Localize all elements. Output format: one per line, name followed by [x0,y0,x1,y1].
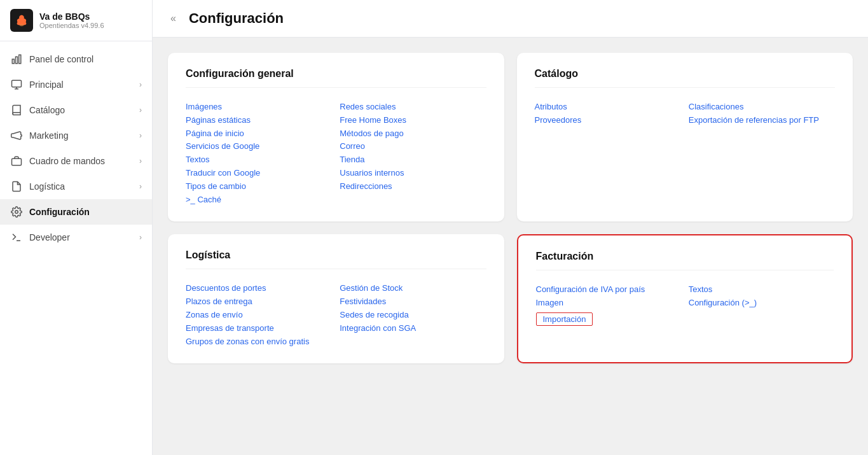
gear-icon [10,206,23,218]
link-metodos-pago[interactable]: Métodos de pago [340,129,403,138]
page-title: Configuración [189,10,284,27]
book-icon [10,104,23,116]
sidebar-item-cuadro[interactable]: Cuadro de mandos › [0,148,152,174]
sidebar-item-configuracion-label: Configuración [29,207,90,217]
svg-rect-4 [12,80,22,87]
link-descuentos-portes[interactable]: Descuentos de portes [186,283,266,293]
link-gestion-stock[interactable]: Gestión de Stock [340,283,403,293]
link-proveedores[interactable]: Proveedores [535,115,582,125]
chevron-right-icon: › [139,182,142,191]
terminal-icon [10,231,23,244]
sidebar-item-developer[interactable]: Developer › [0,225,152,250]
chevron-right-icon: › [139,157,142,165]
col1-links: Imágenes Páginas estáticas Página de ini… [186,101,332,206]
chevron-right-icon: › [139,80,142,89]
megaphone-icon [10,129,23,142]
link-empresas-transporte[interactable]: Empresas de transporte [186,323,274,333]
card-catalogo-title: Catálogo [535,68,836,88]
logo-subtitle: Opentiendas v4.99.6 [39,22,104,29]
link-textos-facturacion[interactable]: Textos [689,284,713,294]
link-correo[interactable]: Correo [340,141,365,151]
sidebar-item-marketing-label: Marketing [29,130,68,141]
card-facturacion-links: Configuración de IVA por país Imagen Imp… [536,283,834,326]
sidebar-item-developer-label: Developer [29,232,70,242]
collapse-button[interactable]: « [168,10,179,27]
link-clasificaciones[interactable]: Clasificaciones [689,102,744,111]
link-pagina-inicio[interactable]: Página de inicio [186,129,244,138]
link-zonas-envio[interactable]: Zonas de envío [186,310,243,319]
svg-rect-1 [12,59,14,64]
link-cache[interactable]: >_ Caché [186,195,221,204]
link-redes-sociales[interactable]: Redes sociales [340,102,396,111]
svg-rect-7 [12,158,22,165]
content-area: Configuración general Imágenes Páginas e… [153,38,868,455]
sidebar-item-catalogo-label: Catálogo [29,105,65,115]
link-iva-pais[interactable]: Configuración de IVA por país [536,284,645,294]
top-header: « Configuración [153,0,868,38]
sidebar-item-configuracion[interactable]: Configuración [0,199,152,225]
briefcase-icon [10,155,23,167]
link-atributos[interactable]: Atributos [535,102,567,111]
logo-icon [10,9,33,32]
link-sedes-recogida[interactable]: Sedes de recogida [340,310,408,319]
link-integracion-sga[interactable]: Integración con SGA [340,323,416,333]
logo-title: Va de BBQs [39,11,104,22]
card-facturacion-title: Facturación [536,251,834,270]
sidebar-item-cuadro-label: Cuadro de mandos [29,156,105,166]
link-traducir-google[interactable]: Traducir con Google [186,168,260,178]
card-logistica-links: Descuentos de portes Plazos de entrega Z… [186,282,486,348]
sidebar-item-panel-label: Panel de control [29,54,93,64]
chevron-right-icon: › [139,233,142,242]
sidebar-item-catalogo[interactable]: Catálogo › [0,97,152,123]
facturacion-col1: Configuración de IVA por país Imagen Imp… [536,283,681,326]
card-configuracion-general: Configuración general Imágenes Páginas e… [168,53,504,221]
link-tienda[interactable]: Tienda [340,155,364,164]
link-servicios-google[interactable]: Servicios de Google [186,141,259,151]
catalogo-col1: Atributos Proveedores [535,101,681,127]
svg-point-0 [19,24,24,27]
catalogo-col2: Clasificaciones Exportación de referenci… [689,101,835,127]
sidebar-item-principal[interactable]: Principal › [0,72,152,97]
sidebar-item-marketing[interactable]: Marketing › [0,123,152,148]
link-redirecciones[interactable]: Redirecciones [340,181,392,191]
chevron-right-icon: › [139,106,142,115]
nav-list: Panel de control Principal › Catálogo › [0,41,152,455]
link-importacion[interactable]: Importación [536,312,593,326]
file-icon [10,180,23,193]
link-usuarios-internos[interactable]: Usuarios internos [340,168,404,178]
monitor-icon [10,78,23,91]
sidebar-item-logistica-label: Logística [29,181,65,192]
link-imagen[interactable]: Imagen [536,298,563,307]
link-grupos-zonas[interactable]: Grupos de zonas con envío gratis [186,337,309,346]
main-content: « Configuración Configuración general Im… [153,0,868,455]
logistica-col2: Gestión de Stock Festividades Sedes de r… [340,282,486,348]
svg-point-8 [15,211,18,214]
link-festividades[interactable]: Festividades [340,297,386,306]
link-plazos-entrega[interactable]: Plazos de entrega [186,297,252,306]
card-facturacion: Facturación Configuración de IVA por paí… [517,234,853,363]
sidebar-item-panel[interactable]: Panel de control [0,46,152,72]
link-exportacion-referencias[interactable]: Exportación de referencias por FTP [689,115,819,125]
sidebar-item-principal-label: Principal [29,80,64,90]
link-tipos-cambio[interactable]: Tipos de cambio [186,181,246,191]
chevron-right-icon: › [139,131,142,140]
card-logistica: Logística Descuentos de portes Plazos de… [168,234,504,363]
sidebar: Va de BBQs Opentiendas v4.99.6 Panel de … [0,0,153,455]
logistica-col1: Descuentos de portes Plazos de entrega Z… [186,282,332,348]
cards-grid: Configuración general Imágenes Páginas e… [168,53,853,363]
svg-rect-3 [19,55,21,64]
link-textos[interactable]: Textos [186,155,210,164]
link-free-home-boxes[interactable]: Free Home Boxes [340,115,406,125]
sidebar-item-logistica[interactable]: Logística › [0,174,152,199]
link-paginas-estaticas[interactable]: Páginas estáticas [186,115,251,125]
card-configuracion-general-links: Imágenes Páginas estáticas Página de ini… [186,101,486,206]
card-catalogo: Catálogo Atributos Proveedores Clasifica… [517,53,853,221]
svg-rect-2 [16,57,18,64]
link-configuracion-facturacion[interactable]: Configuración (>_) [689,298,757,307]
link-imagenes[interactable]: Imágenes [186,102,222,111]
card-logistica-title: Logística [186,249,486,269]
facturacion-col2: Textos Configuración (>_) [689,283,834,326]
logo-text: Va de BBQs Opentiendas v4.99.6 [39,11,104,29]
card-catalogo-links: Atributos Proveedores Clasificaciones Ex… [535,101,836,127]
chart-icon [10,53,23,66]
